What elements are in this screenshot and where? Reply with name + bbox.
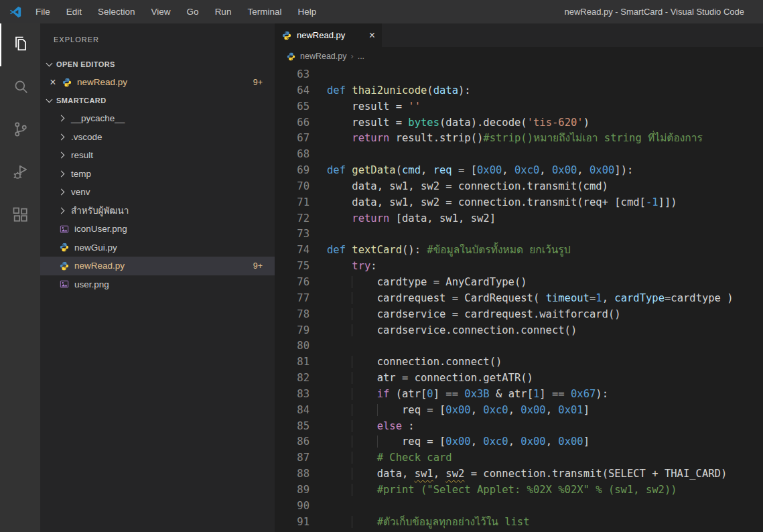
line-number: 87 [275,450,309,466]
code-lines[interactable]: 6364def thai2unicode(data):65 result = '… [275,66,763,532]
code-line-89[interactable]: 89 #print ("Select Applet: %02X %02X" % … [275,482,763,498]
breadcrumb-more[interactable]: ... [358,52,364,61]
chevron-right-icon [58,152,65,159]
chevron-right-icon [58,133,65,140]
activity-bar [0,23,40,532]
code-line-68[interactable]: 68 [275,147,763,163]
folder-item-สำหรับผู้พัฒนา[interactable]: สำหรับผู้พัฒนา [40,202,275,220]
breadcrumb-file[interactable]: newRead.py [300,52,347,61]
code-line-75[interactable]: 75 try: [275,259,763,275]
menu-terminal[interactable]: Terminal [239,0,289,23]
line-number: 73 [275,226,309,243]
code-line-86[interactable]: 86 req = [0x00, 0xc0, 0x00, 0x00] [275,434,763,450]
open-editor-label: newRead.py [77,77,127,87]
activity-source-control-button[interactable] [0,109,40,152]
editor-area: newRead.py × newRead.py › ... 6364def th… [275,23,763,532]
code-line-74[interactable]: 74def textCard(): #ข้อมูลในบัตรทั้งหมด ย… [275,243,763,259]
line-number: 64 [275,83,309,99]
open-editor-item-newRead.py[interactable]: ×newRead.py9+ [40,73,275,91]
tab-newread-py[interactable]: newRead.py × [275,23,382,47]
chevron-right-icon [58,115,65,122]
line-number: 77 [275,291,309,307]
folder-item-result[interactable]: result [40,146,275,165]
code-line-84[interactable]: 84 req = [0x00, 0xc0, 0x00, 0x01] [275,403,763,419]
activity-extensions-button[interactable] [0,195,40,238]
code-line-81[interactable]: 81 connection.connect() [275,354,763,371]
git-changes-badge: 9+ [253,261,263,271]
line-number: 84 [275,403,309,419]
code-line-87[interactable]: 87 # Check card [275,450,763,466]
activity-search-button[interactable] [0,66,40,109]
code-line-85[interactable]: 85 else : [275,419,763,435]
chevron-right-icon [58,189,65,196]
menu-go[interactable]: Go [179,0,207,23]
code-line-66[interactable]: 66 result = bytes(data).decode('tis-620'… [275,115,763,131]
menu-edit[interactable]: Edit [58,0,90,23]
chevron-down-icon [46,96,53,103]
folder-item-temp[interactable]: temp [40,165,275,184]
window-title: newRead.py - SmartCard - Visual Studio C… [564,7,744,17]
file-item-newGui.py[interactable]: newGui.py [40,239,275,257]
tree-item-label: __pycache__ [71,113,125,123]
code-line-64[interactable]: 64def thai2unicode(data): [275,83,763,99]
menu-view[interactable]: View [143,0,179,23]
source-control-icon [11,120,30,141]
code-line-71[interactable]: 71 data, sw1, sw2 = connection.transmit(… [275,195,763,211]
code-line-80[interactable]: 80 [275,338,763,354]
menu-selection[interactable]: Selection [90,0,143,23]
line-number: 80 [275,338,309,354]
chevron-down-icon [46,60,53,66]
activity-run-debug-button[interactable] [0,152,40,195]
folder-item-.vscode[interactable]: .vscode [40,128,275,147]
chevron-right-icon [58,170,65,177]
vscode-logo-icon [9,5,22,19]
activity-explorer-button[interactable] [0,23,40,66]
code-line-88[interactable]: 88 data, sw1, sw2 = connection.transmit(… [275,466,763,482]
folder-item-venv[interactable]: venv [40,183,275,202]
code-line-83[interactable]: 83 if (atr[0] == 0x3B & atr[1] == 0x67): [275,387,763,403]
line-number: 65 [275,99,309,115]
code-line-73[interactable]: 73 [275,226,763,243]
line-number: 63 [275,67,309,83]
project-folder-header[interactable]: SMARTCARD [40,91,275,109]
file-item-newRead.py[interactable]: newRead.py9+ [40,257,275,275]
line-number: 74 [275,243,309,259]
menu-help[interactable]: Help [289,0,324,23]
code-line-69[interactable]: 69def getData(cmd, req = [0x00, 0xc0, 0x… [275,163,763,179]
code-line-70[interactable]: 70 data, sw1, sw2 = connection.transmit(… [275,179,763,195]
code-line-65[interactable]: 65 result = '' [275,99,763,115]
code-line-79[interactable]: 79 cardservice.connection.connect() [275,323,763,339]
file-item-iconUser.png[interactable]: iconUser.png [40,220,275,239]
breadcrumb: newRead.py › ... [275,47,763,66]
file-item-user.png[interactable]: user.png [40,275,275,294]
sidebar-title: EXPLORER [40,23,275,55]
open-editors-header[interactable]: OPEN EDITORS [40,55,275,73]
extensions-icon [11,206,30,227]
tab-close-icon[interactable]: × [369,29,375,42]
line-number: 82 [275,371,309,387]
code-line-76[interactable]: 76 cardtype = AnyCardType() [275,275,763,291]
code-line-82[interactable]: 82 atr = connection.getATR() [275,371,763,387]
code-line-78[interactable]: 78 cardservice = cardrequest.waitforcard… [275,307,763,323]
tree-item-label: iconUser.png [74,224,127,234]
line-number: 88 [275,466,309,482]
code-line-91[interactable]: 91 #ตัวเก็บข้อมูลทุกอย่างไว้ใน list [275,515,763,531]
menu-file[interactable]: File [27,0,58,23]
tree-item-label: สำหรับผู้พัฒนา [71,203,129,218]
line-number: 69 [275,163,309,179]
tree-item-label: user.png [74,279,109,289]
line-number: 78 [275,307,309,323]
folder-item-__pycache__[interactable]: __pycache__ [40,109,275,128]
code-line-67[interactable]: 67 return result.strip()#strip()หมายถึงไ… [275,131,763,147]
git-changes-badge: 9+ [253,78,263,87]
close-editor-icon[interactable]: × [48,76,58,88]
breadcrumb-separator-icon: › [351,52,354,61]
tree-item-label: result [71,150,93,160]
code-line-63[interactable]: 63 [275,67,763,83]
code-line-90[interactable]: 90 [275,498,763,515]
line-number: 85 [275,419,309,435]
menu-bar: FileEditSelectionViewGoRunTerminalHelp [27,0,324,23]
menu-run[interactable]: Run [207,0,240,23]
code-line-72[interactable]: 72 return [data, sw1, sw2] [275,211,763,227]
code-line-77[interactable]: 77 cardrequest = CardRequest( timeout=1,… [275,291,763,307]
